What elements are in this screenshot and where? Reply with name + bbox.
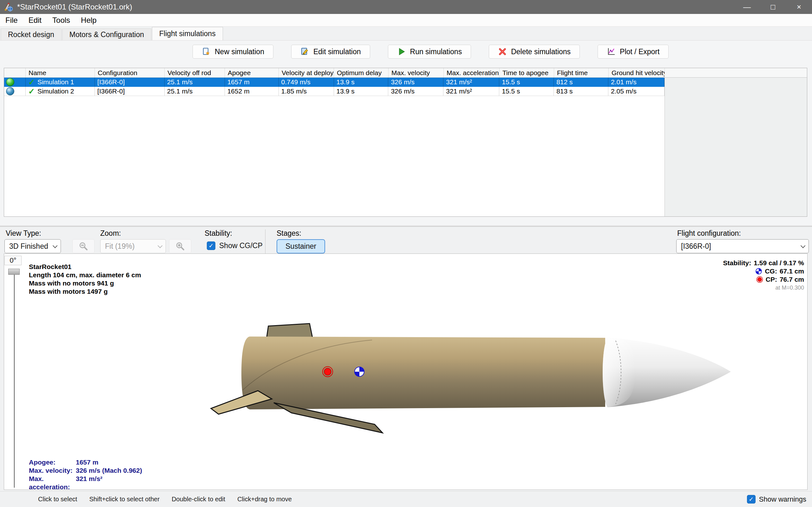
table-row[interactable]: ✓Simulation 2[I366R-0]25.1 m/s1652 m1.85… [4, 87, 664, 96]
column-header-configuration[interactable]: Configuration [95, 68, 165, 77]
column-header-status[interactable] [4, 68, 26, 77]
view-type-select[interactable]: 3D Finished [4, 239, 61, 253]
show-warnings-checkbox[interactable]: ✓ [747, 495, 756, 504]
status-bar: Click to selectShift+click to select oth… [0, 491, 812, 507]
table-cell: 1652 m [225, 87, 279, 96]
rotation-angle-field[interactable]: 0° [4, 256, 21, 265]
run-simulations-icon [397, 47, 406, 56]
view-controls-panel: View Type: 3D Finished Zoom: Fit (19%) S… [0, 227, 812, 254]
new-simulation-icon [202, 47, 211, 56]
column-header-max-acceleration[interactable]: Max. acceleration [444, 68, 500, 77]
rotation-slider-handle[interactable] [8, 269, 20, 275]
column-header-velocity-at-deploy-[interactable]: Velocity at deploy... [279, 68, 334, 77]
toolbar-button-label: New simulation [215, 48, 264, 56]
table-cell: ✓Simulation 1 [26, 78, 95, 87]
table-cell: 812 s [554, 78, 608, 87]
toolbar-button-label: Delete simulations [511, 48, 571, 56]
toolbar-button-label: Plot / Export [620, 48, 659, 56]
chevron-down-icon [801, 243, 806, 248]
flight-stats-block: Apogee:1657 mMax. velocity:326 m/s (Mach… [29, 458, 142, 491]
status-cell [4, 78, 26, 87]
cg-marker [355, 367, 364, 377]
hint-text: Click+drag to move [237, 496, 292, 503]
column-header-max-velocity[interactable]: Max. velocity [389, 68, 444, 77]
checkmark-icon: ✓ [28, 78, 35, 87]
table-body: ✓Simulation 1[I366R-0]25.1 m/s1657 m0.74… [4, 78, 665, 216]
stage-toggle-sustainer[interactable]: Sustainer [276, 239, 325, 253]
rocket-info-line: StarRocket01 [29, 263, 141, 271]
zoom-select[interactable]: Fit (19%) [100, 239, 166, 253]
toolbar-button-label: Edit simulation [313, 48, 361, 56]
flight-stat-row: Apogee:1657 m [29, 458, 142, 466]
column-header-apogee[interactable]: Apogee [225, 68, 279, 77]
column-header-time-to-apogee[interactable]: Time to apogee [500, 68, 554, 77]
hint-text: Shift+click to select other [89, 496, 159, 503]
column-header-ground-hit-velocity[interactable]: Ground hit velocity [609, 68, 665, 77]
menu-tools[interactable]: Tools [47, 14, 75, 26]
table-cell: 13.9 s [334, 87, 389, 96]
table-cell: [I366R-0] [95, 78, 165, 87]
minimize-button[interactable]: — [734, 0, 760, 14]
hint-text: Double-click to edit [171, 496, 225, 503]
column-header-name[interactable]: Name [26, 68, 95, 77]
cp-value: 76.7 cm [780, 275, 804, 284]
simulation-toolbar: New simulationEdit simulationRun simulat… [193, 45, 669, 59]
zoom-in-button[interactable] [169, 239, 191, 253]
plot-export-icon [607, 47, 616, 56]
table-cell: 321 m/s² [444, 78, 499, 87]
table-cell: 2.01 m/s [608, 78, 664, 87]
zoom-out-button[interactable] [72, 239, 95, 253]
flight-stat-label: Max. velocity: [29, 466, 76, 475]
plot-export-button[interactable]: Plot / Export [598, 45, 669, 59]
table-cell: [I366R-0] [95, 87, 165, 96]
close-button[interactable]: × [786, 0, 812, 14]
magnifier-minus-icon [79, 241, 88, 251]
table-cell: ✓Simulation 2 [26, 87, 95, 96]
simulation-name: Simulation 1 [38, 78, 74, 86]
rocket-info-line: Mass with motors 1497 g [29, 287, 141, 296]
status-cell [4, 87, 26, 96]
cp-marker [322, 367, 333, 377]
tab-motors-configuration[interactable]: Motors & Configuration [62, 29, 151, 40]
rocket-3d-view[interactable]: 0° StarRocket01Length 104 cm, max. diame… [4, 253, 808, 490]
table-row[interactable]: ✓Simulation 1[I366R-0]25.1 m/s1657 m0.74… [4, 78, 664, 87]
flight-stat-value: 321 m/s² [76, 475, 102, 491]
table-cell: 813 s [554, 87, 608, 96]
delete-simulations-icon [498, 47, 507, 56]
column-header-velocity-off-rod[interactable]: Velocity off rod [165, 68, 225, 77]
flight-configuration-label: Flight configuration: [677, 229, 741, 238]
show-warnings-control[interactable]: ✓ Show warnings [747, 495, 806, 504]
column-header-flight-time[interactable]: Flight time [554, 68, 609, 77]
menu-file[interactable]: File [0, 14, 23, 26]
column-header-optimum-delay[interactable]: Optimum delay [334, 68, 389, 77]
table-cell: 1657 m [225, 78, 279, 87]
toolbar-button-label: Run simulations [410, 48, 462, 56]
edit-simulation-button[interactable]: Edit simulation [291, 45, 370, 59]
menu-help[interactable]: Help [75, 14, 102, 26]
table-cell: 15.5 s [499, 87, 554, 96]
stability-value: 1.59 cal / 9.17 % [754, 259, 804, 267]
rotation-slider-track[interactable] [14, 275, 14, 488]
simulations-table: NameConfigurationVelocity off rodApogeeV… [4, 68, 807, 217]
menu-edit[interactable]: Edit [23, 14, 47, 26]
tab-rocket-design[interactable]: Rocket design [1, 29, 61, 40]
table-cell: 2.05 m/s [608, 87, 664, 96]
simulation-name: Simulation 2 [38, 88, 74, 95]
delete-simulations-button[interactable]: Delete simulations [489, 45, 580, 59]
stability-info-block: Stability: 1.59 cal / 9.17 % CG: 67.1 cm… [723, 259, 804, 292]
table-cell: 15.5 s [499, 78, 554, 87]
show-cgcp-checkbox[interactable]: ✓ [207, 241, 215, 250]
tab-flight-simulations[interactable]: Flight simulations [152, 27, 223, 40]
chevron-down-icon [158, 243, 163, 248]
vertical-separator [265, 229, 265, 256]
maximize-button[interactable]: □ [760, 0, 786, 14]
table-cell: 321 m/s² [444, 87, 499, 96]
edit-simulation-icon [300, 47, 309, 56]
flight-stat-value: 326 m/s (Mach 0.962) [76, 466, 142, 475]
flight-configuration-value: [I366R-0] [681, 242, 711, 250]
flight-configuration-select[interactable]: [I366R-0] [676, 239, 809, 253]
run-simulations-button[interactable]: Run simulations [388, 45, 471, 59]
cg-value: 67.1 cm [780, 267, 804, 275]
new-simulation-button[interactable]: New simulation [193, 45, 273, 59]
table-cell: 25.1 m/s [165, 87, 225, 96]
